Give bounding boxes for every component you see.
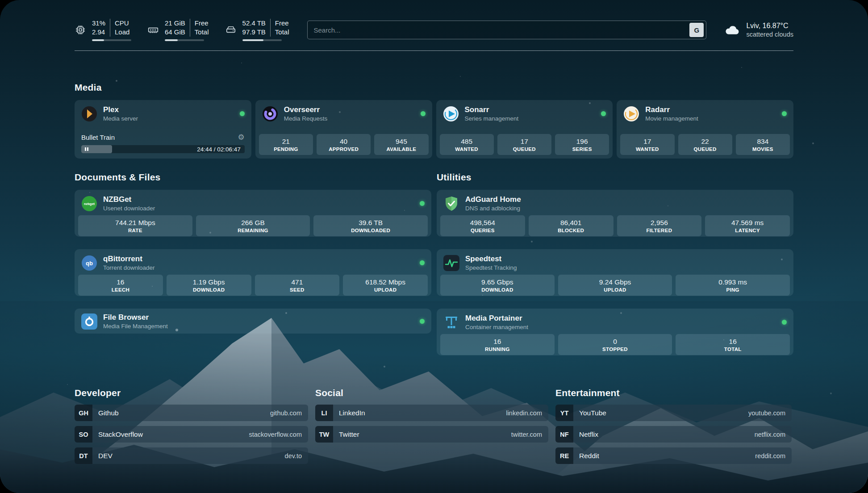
memory-total-label: Total xyxy=(195,28,209,37)
app-subtitle: Container management xyxy=(465,324,528,330)
stat-box: 618.52 MbpsUPLOAD xyxy=(343,275,428,296)
adguard-icon xyxy=(443,196,459,212)
now-playing-panel: Bullet Train ⚙ 24:44 / 02:06:47 xyxy=(75,134,251,159)
status-online-dot xyxy=(240,111,245,116)
bookmark-url: github.com xyxy=(270,409,302,417)
svg-text:nzbget: nzbget xyxy=(84,202,95,206)
playback-progress-bar[interactable]: 24:44 / 02:06:47 xyxy=(81,145,245,153)
playback-time: 24:44 / 02:06:47 xyxy=(197,146,241,153)
storage-total-value: 97.9 TB xyxy=(242,28,266,37)
app-card-plex[interactable]: Plex Media server Bullet Train ⚙ xyxy=(75,100,251,159)
pause-icon xyxy=(85,147,88,151)
bookmark-url: dev.to xyxy=(285,452,302,460)
now-playing-title: Bullet Train xyxy=(81,134,115,141)
app-name: File Browser xyxy=(103,313,168,322)
bookmark-dev[interactable]: DT DEV dev.to xyxy=(75,447,308,464)
stat-box: 16TOTAL xyxy=(676,334,790,355)
bookmarks-social: Social LI LinkedIn linkedin.com TW Twitt… xyxy=(315,388,548,443)
app-name: Sonarr xyxy=(465,105,519,114)
bookmark-stackoverflow[interactable]: SO StackOverflow stackoverflow.com xyxy=(75,426,308,443)
app-card-nzbget[interactable]: nzbget NZBGet Usenet downloader 74 xyxy=(75,190,431,237)
stat-box: 22QUEUED xyxy=(678,134,732,155)
sonarr-icon xyxy=(443,106,459,122)
bookmark-abbr: DT xyxy=(75,447,92,464)
status-online-dot xyxy=(601,111,606,116)
bookmark-netflix[interactable]: NF Netflix netflix.com xyxy=(555,426,792,443)
app-card-overseerr[interactable]: Overseerr Media Requests 21PENDING 40APP… xyxy=(255,100,432,159)
bookmark-linkedin[interactable]: LI LinkedIn linkedin.com xyxy=(315,405,548,421)
bookmark-name: LinkedIn xyxy=(339,409,365,417)
storage-widget: 52.4 TB 97.9 TB Free Total xyxy=(225,19,289,41)
bookmark-youtube[interactable]: YT YouTube youtube.com xyxy=(555,405,792,421)
bookmark-url: linkedin.com xyxy=(506,409,542,417)
bookmark-name: Reddit xyxy=(579,452,599,460)
bookmark-name: StackOverflow xyxy=(98,430,143,439)
bookmark-abbr: LI xyxy=(315,405,333,421)
stat-box: 471SEED xyxy=(255,275,340,296)
app-card-portainer[interactable]: Media Portainer Container management 16R… xyxy=(437,309,793,355)
section-title-documents: Documents & Files xyxy=(75,172,431,183)
bookmark-abbr: YT xyxy=(555,405,573,421)
stat-box: 744.21 MbpsRATE xyxy=(78,215,192,236)
bookmark-url: reddit.com xyxy=(755,452,785,460)
bookmark-abbr: TW xyxy=(315,426,333,443)
app-subtitle: Series management xyxy=(465,115,519,122)
bookmark-url: youtube.com xyxy=(748,409,785,417)
bookmarks-entertainment: Entertainment YT YouTube youtube.com NF … xyxy=(555,388,792,464)
app-subtitle: Media Requests xyxy=(284,115,328,122)
search-provider-button[interactable]: G xyxy=(689,23,704,37)
stat-box: 17WANTED xyxy=(620,134,674,155)
search-input[interactable] xyxy=(308,21,690,39)
weather-condition: scattered clouds xyxy=(746,31,793,38)
plex-icon xyxy=(81,106,97,122)
app-name: AdGuard Home xyxy=(465,195,521,204)
app-card-filebrowser[interactable]: File Browser Media File Management xyxy=(75,309,431,334)
bookmark-url: twitter.com xyxy=(511,431,542,438)
cpu-widget: 31% 2.94 CPU Load xyxy=(75,19,131,41)
bookmark-abbr: NF xyxy=(555,426,573,443)
storage-free-value: 52.4 TB xyxy=(242,19,266,28)
stat-box: 2,956FILTERED xyxy=(617,215,702,236)
stat-box: 945AVAILABLE xyxy=(374,134,428,155)
app-card-sonarr[interactable]: Sonarr Series management 485WANTED 17QUE… xyxy=(436,100,613,159)
stat-box: 86,401BLOCKED xyxy=(529,215,613,236)
app-name: Media Portainer xyxy=(465,314,528,323)
cpu-icon xyxy=(75,24,86,36)
app-card-radarr[interactable]: Radarr Movie management 17WANTED 22QUEUE… xyxy=(617,100,793,159)
app-card-speedtest[interactable]: Speedtest Speedtest Tracking 9.65 GbpsDO… xyxy=(437,249,793,296)
bookmark-twitter[interactable]: TW Twitter twitter.com xyxy=(315,426,548,443)
bookmark-name: Twitter xyxy=(339,430,359,439)
section-title-developer: Developer xyxy=(75,388,308,398)
app-card-adguard[interactable]: AdGuard Home DNS and adblocking 498,564Q… xyxy=(437,190,793,237)
dashboard-page: 31% 2.94 CPU Load xyxy=(0,0,868,493)
bookmark-abbr: RE xyxy=(555,447,573,464)
bookmark-github[interactable]: GH Github github.com xyxy=(75,405,308,421)
memory-free-label: Free xyxy=(195,19,209,28)
storage-icon xyxy=(225,24,237,36)
memory-progress-bar xyxy=(165,39,204,41)
cpu-progress-bar xyxy=(92,39,131,41)
app-card-qbittorrent[interactable]: qb qBittorrent Torrent downloader xyxy=(75,249,431,296)
app-name: Plex xyxy=(103,105,138,114)
storage-free-label: Free xyxy=(275,19,289,28)
gear-icon[interactable]: ⚙ xyxy=(238,134,245,141)
bookmark-abbr: GH xyxy=(75,405,92,421)
bookmark-reddit[interactable]: RE Reddit reddit.com xyxy=(555,447,792,464)
app-subtitle: Media File Management xyxy=(103,323,168,330)
app-subtitle: Usenet downloader xyxy=(103,205,155,212)
stat-box: 834MOVIES xyxy=(736,134,790,155)
bookmark-url: netflix.com xyxy=(755,431,785,438)
stat-box: 9.24 GbpsUPLOAD xyxy=(558,275,672,296)
qbittorrent-icon: qb xyxy=(81,255,97,271)
storage-progress-bar xyxy=(242,39,282,41)
stat-box: 40APPROVED xyxy=(317,134,371,155)
bookmark-name: DEV xyxy=(98,452,113,460)
bookmark-name: YouTube xyxy=(579,409,606,417)
bookmark-name: Netflix xyxy=(579,430,598,439)
speedtest-icon xyxy=(443,255,459,271)
search-bar: G xyxy=(307,21,707,39)
stat-box: 9.65 GbpsDOWNLOAD xyxy=(440,275,555,296)
stat-box: 266 GBREMAINING xyxy=(196,215,310,236)
stat-box: 0STOPPED xyxy=(558,334,672,355)
bookmark-url: stackoverflow.com xyxy=(249,431,302,438)
